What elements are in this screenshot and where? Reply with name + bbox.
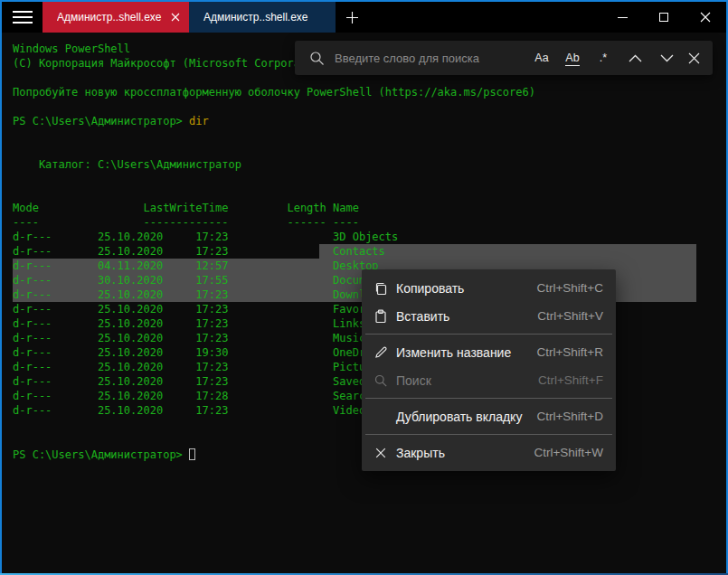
close-window-button[interactable] <box>685 2 726 33</box>
close-icon <box>373 446 388 460</box>
menu-item-label: Дублировать вкладку <box>396 410 522 424</box>
menu-item-label: Копировать <box>396 281 464 296</box>
menu-item-find: ПоискCtrl+Shift+F <box>362 366 616 394</box>
maximize-button[interactable] <box>643 2 685 33</box>
menu-item-shortcut: Ctrl+Shift+W <box>534 446 603 459</box>
terminal-blank-line <box>13 99 535 114</box>
context-menu: КопироватьCtrl+Shift+CВставитьCtrl+Shift… <box>362 269 616 471</box>
menu-separator <box>365 434 612 435</box>
terminal-blank-line <box>13 143 535 157</box>
directory-path-line: Каталог: C:\Users\Администратор <box>13 157 535 172</box>
plus-icon <box>346 12 358 24</box>
terminal-window: Администр..shell.exe Администр..shell.ex… <box>0 0 728 575</box>
close-search-button[interactable] <box>688 52 700 64</box>
hamburger-menu-button[interactable] <box>2 2 43 33</box>
table-divider-line: ---- ------------- ------ ---- <box>13 215 535 230</box>
menu-item-paste[interactable]: ВставитьCtrl+Shift+V <box>362 302 616 330</box>
search-panel: Aa Ab .* <box>295 41 713 75</box>
close-icon <box>171 13 180 22</box>
terminal-cursor <box>189 448 195 460</box>
search-icon <box>309 51 325 66</box>
table-header-line: Mode LastWriteTime Length Name <box>13 201 535 215</box>
search-icon <box>373 373 388 388</box>
menu-item-shortcut: Ctrl+Shift+V <box>537 309 603 323</box>
minimize-button[interactable] <box>601 2 643 33</box>
find-next-button[interactable] <box>656 54 677 62</box>
command-text: dir <box>189 115 209 127</box>
menu-item-label: Изменить название <box>396 345 511 360</box>
regex-button[interactable]: .* <box>592 52 614 64</box>
tab-label: Администр..shell.exe <box>203 11 326 24</box>
chevron-up-icon <box>629 54 642 62</box>
tab-close-button[interactable] <box>171 13 180 22</box>
menu-item-label: Поиск <box>396 373 431 388</box>
menu-item-label: Вставить <box>396 309 449 324</box>
terminal-blank-line <box>13 186 535 201</box>
tip-line: Попробуйте новую кроссплатформенную обол… <box>13 85 535 99</box>
prompt: PS C:\Users\Администратор> <box>13 115 189 127</box>
close-icon <box>688 52 700 64</box>
menu-item-shortcut: Ctrl+Shift+C <box>536 281 603 295</box>
menu-item-close[interactable]: ЗакрытьCtrl+Shift+W <box>362 438 616 467</box>
menu-item-duplicate-tab[interactable]: Дублировать вкладкуCtrl+Shift+D <box>362 402 616 430</box>
tab-label: Администр..shell.exe <box>57 11 164 24</box>
paste-icon <box>373 309 388 324</box>
prompt-command-line: PS C:\Users\Администратор> dir <box>13 114 535 128</box>
terminal-blank-line <box>13 172 535 186</box>
dir-row-3d-objects: d-r--- 25.10.2020 17:23 3D Objects <box>13 230 535 244</box>
maximize-icon <box>659 13 668 22</box>
dir-row-contacts: d-r--- 25.10.2020 17:23 Contacts <box>13 244 535 259</box>
minimize-icon <box>618 17 628 18</box>
menu-item-shortcut: Ctrl+Shift+F <box>538 373 603 387</box>
titlebar: Администр..shell.exe Администр..shell.ex… <box>2 2 726 33</box>
match-whole-word-button[interactable]: Ab <box>562 52 583 64</box>
find-previous-button[interactable] <box>624 54 646 62</box>
tab-admin-shell-active[interactable]: Администр..shell.exe <box>43 2 189 33</box>
hamburger-icon <box>13 11 33 13</box>
rename-icon <box>373 345 388 360</box>
menu-item-shortcut: Ctrl+Shift+R <box>536 345 603 359</box>
match-case-button[interactable]: Aa <box>531 52 553 64</box>
chevron-down-icon <box>660 54 674 62</box>
menu-item-label: Закрыть <box>396 446 445 460</box>
menu-item-shortcut: Ctrl+Shift+D <box>536 410 603 423</box>
prompt: PS C:\Users\Администратор> <box>13 448 189 461</box>
caption-buttons <box>601 2 726 33</box>
terminal-blank-line <box>13 128 535 143</box>
copy-icon <box>373 281 388 296</box>
menu-item-rename[interactable]: Изменить названиеCtrl+Shift+R <box>362 338 616 366</box>
tab-admin-shell-inactive[interactable]: Администр..shell.exe <box>189 2 336 33</box>
menu-separator <box>365 398 612 399</box>
menu-item-copy[interactable]: КопироватьCtrl+Shift+C <box>362 274 616 302</box>
new-tab-button[interactable] <box>336 2 368 33</box>
menu-separator <box>365 334 612 335</box>
close-icon <box>700 12 711 23</box>
search-input[interactable] <box>335 52 522 65</box>
